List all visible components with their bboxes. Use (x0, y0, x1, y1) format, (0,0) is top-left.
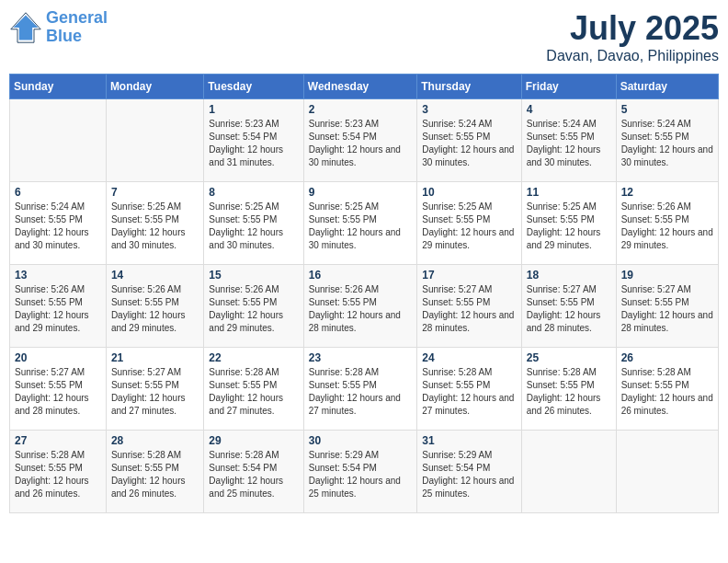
day-info: Sunrise: 5:26 AM Sunset: 5:55 PM Dayligh… (111, 283, 199, 335)
day-number: 8 (209, 186, 298, 199)
title-block: July 2025 Davan, Davao, Philippines (546, 9, 719, 64)
day-info: Sunrise: 5:24 AM Sunset: 5:55 PM Dayligh… (422, 118, 516, 169)
table-row: 11Sunrise: 5:25 AM Sunset: 5:55 PM Dayli… (521, 182, 616, 265)
table-row: 30Sunrise: 5:29 AM Sunset: 5:54 PM Dayli… (303, 431, 416, 513)
logo: General Blue (9, 9, 108, 46)
day-number: 14 (111, 269, 199, 282)
day-number: 29 (209, 434, 298, 447)
day-info: Sunrise: 5:27 AM Sunset: 5:55 PM Dayligh… (422, 283, 516, 335)
day-info: Sunrise: 5:28 AM Sunset: 5:55 PM Dayligh… (527, 366, 611, 418)
day-info: Sunrise: 5:29 AM Sunset: 5:54 PM Dayligh… (309, 449, 412, 500)
day-number: 30 (309, 434, 412, 447)
table-row: 31Sunrise: 5:29 AM Sunset: 5:54 PM Dayli… (417, 431, 521, 513)
day-info: Sunrise: 5:28 AM Sunset: 5:55 PM Dayligh… (111, 449, 199, 500)
table-row: 25Sunrise: 5:28 AM Sunset: 5:55 PM Dayli… (521, 348, 616, 431)
day-number: 26 (621, 351, 713, 364)
col-sunday: Sunday (10, 75, 107, 99)
day-info: Sunrise: 5:25 AM Sunset: 5:55 PM Dayligh… (309, 201, 412, 252)
col-saturday: Saturday (616, 75, 718, 99)
table-row: 26Sunrise: 5:28 AM Sunset: 5:55 PM Dayli… (616, 348, 718, 431)
day-info: Sunrise: 5:27 AM Sunset: 5:55 PM Dayligh… (527, 283, 611, 335)
day-number: 1 (209, 103, 298, 116)
day-number: 18 (527, 269, 611, 282)
day-info: Sunrise: 5:27 AM Sunset: 5:55 PM Dayligh… (621, 283, 713, 335)
day-number: 23 (309, 351, 412, 364)
table-row (10, 99, 107, 182)
table-row: 24Sunrise: 5:28 AM Sunset: 5:55 PM Dayli… (417, 348, 521, 431)
table-row (106, 99, 203, 182)
table-row: 18Sunrise: 5:27 AM Sunset: 5:55 PM Dayli… (521, 265, 616, 348)
day-number: 17 (422, 269, 516, 282)
table-row: 21Sunrise: 5:27 AM Sunset: 5:55 PM Dayli… (106, 348, 203, 431)
table-row: 13Sunrise: 5:26 AM Sunset: 5:55 PM Dayli… (10, 265, 107, 348)
table-row: 4Sunrise: 5:24 AM Sunset: 5:55 PM Daylig… (521, 99, 616, 182)
day-info: Sunrise: 5:25 AM Sunset: 5:55 PM Dayligh… (527, 201, 611, 252)
day-info: Sunrise: 5:23 AM Sunset: 5:54 PM Dayligh… (309, 118, 412, 169)
calendar-week-row: 1Sunrise: 5:23 AM Sunset: 5:54 PM Daylig… (10, 99, 719, 182)
subtitle: Davan, Davao, Philippines (546, 48, 719, 64)
day-info: Sunrise: 5:28 AM Sunset: 5:55 PM Dayligh… (621, 366, 713, 418)
day-info: Sunrise: 5:25 AM Sunset: 5:55 PM Dayligh… (209, 201, 298, 252)
table-row: 20Sunrise: 5:27 AM Sunset: 5:55 PM Dayli… (10, 348, 107, 431)
day-info: Sunrise: 5:24 AM Sunset: 5:55 PM Dayligh… (15, 201, 101, 252)
day-number: 22 (209, 351, 298, 364)
day-number: 13 (15, 269, 101, 282)
day-info: Sunrise: 5:26 AM Sunset: 5:55 PM Dayligh… (621, 201, 713, 252)
table-row: 7Sunrise: 5:25 AM Sunset: 5:55 PM Daylig… (106, 182, 203, 265)
calendar-week-row: 20Sunrise: 5:27 AM Sunset: 5:55 PM Dayli… (10, 348, 719, 431)
day-number: 24 (422, 351, 516, 364)
day-number: 19 (621, 269, 713, 282)
day-number: 20 (15, 351, 101, 364)
day-number: 31 (422, 434, 516, 447)
day-info: Sunrise: 5:23 AM Sunset: 5:54 PM Dayligh… (209, 118, 298, 169)
col-wednesday: Wednesday (303, 75, 416, 99)
table-row (616, 431, 718, 513)
table-row: 14Sunrise: 5:26 AM Sunset: 5:55 PM Dayli… (106, 265, 203, 348)
table-row: 5Sunrise: 5:24 AM Sunset: 5:55 PM Daylig… (616, 99, 718, 182)
day-info: Sunrise: 5:26 AM Sunset: 5:55 PM Dayligh… (309, 283, 412, 335)
table-row: 9Sunrise: 5:25 AM Sunset: 5:55 PM Daylig… (303, 182, 416, 265)
day-info: Sunrise: 5:25 AM Sunset: 5:55 PM Dayligh… (111, 201, 199, 252)
col-friday: Friday (521, 75, 616, 99)
table-row: 6Sunrise: 5:24 AM Sunset: 5:55 PM Daylig… (10, 182, 107, 265)
logo-text: General Blue (46, 9, 108, 46)
day-info: Sunrise: 5:26 AM Sunset: 5:55 PM Dayligh… (15, 283, 101, 335)
day-number: 2 (309, 103, 412, 116)
day-number: 5 (621, 103, 713, 116)
calendar-week-row: 13Sunrise: 5:26 AM Sunset: 5:55 PM Dayli… (10, 265, 719, 348)
day-number: 16 (309, 269, 412, 282)
main-title: July 2025 (546, 9, 719, 48)
day-info: Sunrise: 5:26 AM Sunset: 5:55 PM Dayligh… (209, 283, 298, 335)
day-info: Sunrise: 5:28 AM Sunset: 5:55 PM Dayligh… (209, 366, 298, 418)
day-info: Sunrise: 5:24 AM Sunset: 5:55 PM Dayligh… (527, 118, 611, 169)
day-info: Sunrise: 5:25 AM Sunset: 5:55 PM Dayligh… (422, 201, 516, 252)
calendar-week-row: 6Sunrise: 5:24 AM Sunset: 5:55 PM Daylig… (10, 182, 719, 265)
day-number: 28 (111, 434, 199, 447)
day-number: 21 (111, 351, 199, 364)
table-row: 10Sunrise: 5:25 AM Sunset: 5:55 PM Dayli… (417, 182, 521, 265)
day-number: 12 (621, 186, 713, 199)
day-info: Sunrise: 5:27 AM Sunset: 5:55 PM Dayligh… (15, 366, 101, 418)
calendar-table: Sunday Monday Tuesday Wednesday Thursday… (9, 74, 719, 513)
table-row (521, 431, 616, 513)
table-row: 23Sunrise: 5:28 AM Sunset: 5:55 PM Dayli… (303, 348, 416, 431)
day-number: 27 (15, 434, 101, 447)
table-row: 8Sunrise: 5:25 AM Sunset: 5:55 PM Daylig… (204, 182, 303, 265)
day-number: 7 (111, 186, 199, 199)
day-number: 9 (309, 186, 412, 199)
table-row: 27Sunrise: 5:28 AM Sunset: 5:55 PM Dayli… (10, 431, 107, 513)
day-number: 4 (527, 103, 611, 116)
table-row: 2Sunrise: 5:23 AM Sunset: 5:54 PM Daylig… (303, 99, 416, 182)
table-row: 1Sunrise: 5:23 AM Sunset: 5:54 PM Daylig… (204, 99, 303, 182)
day-info: Sunrise: 5:27 AM Sunset: 5:55 PM Dayligh… (111, 366, 199, 418)
calendar-week-row: 27Sunrise: 5:28 AM Sunset: 5:55 PM Dayli… (10, 431, 719, 513)
day-number: 6 (15, 186, 101, 199)
table-row: 19Sunrise: 5:27 AM Sunset: 5:55 PM Dayli… (616, 265, 718, 348)
table-row: 12Sunrise: 5:26 AM Sunset: 5:55 PM Dayli… (616, 182, 718, 265)
day-info: Sunrise: 5:28 AM Sunset: 5:55 PM Dayligh… (15, 449, 101, 500)
col-monday: Monday (106, 75, 203, 99)
table-row: 28Sunrise: 5:28 AM Sunset: 5:55 PM Dayli… (106, 431, 203, 513)
table-row: 15Sunrise: 5:26 AM Sunset: 5:55 PM Dayli… (204, 265, 303, 348)
table-row: 29Sunrise: 5:28 AM Sunset: 5:54 PM Dayli… (204, 431, 303, 513)
col-thursday: Thursday (417, 75, 521, 99)
